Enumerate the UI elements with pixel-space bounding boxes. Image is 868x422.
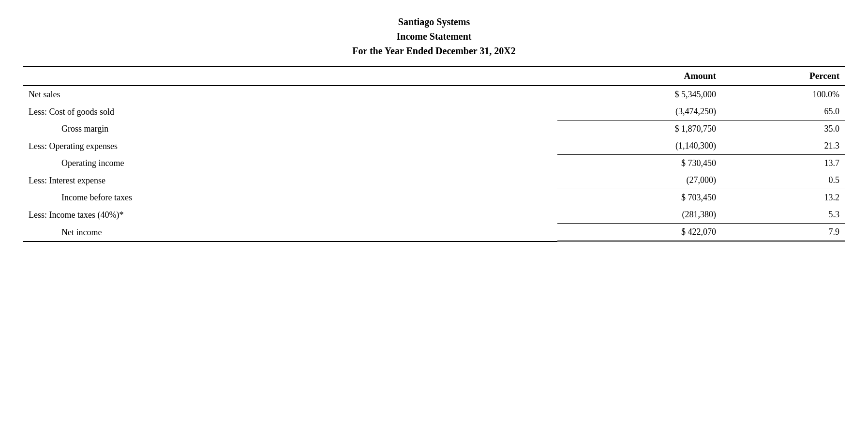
percent-interest-expense: 0.5 — [722, 172, 845, 189]
percent-cost-of-goods: 65.0 — [722, 103, 845, 121]
amount-gross-margin: $ 1,870,750 — [557, 121, 722, 138]
row-income-before-taxes: Income before taxes$ 703,45013.2 — [23, 189, 845, 207]
label-income-taxes: Less: Income taxes (40%)* — [23, 206, 557, 224]
amount-operating-expenses: (1,140,300) — [557, 137, 722, 155]
header-period: For the Year Ended December 31, 20X2 — [23, 44, 845, 58]
header-statement-type: Income Statement — [23, 29, 845, 44]
amount-cost-of-goods: (3,474,250) — [557, 103, 722, 121]
amount-net-sales: $ 5,345,000 — [557, 86, 722, 103]
amount-operating-income: $ 730,450 — [557, 155, 722, 172]
label-operating-income: Operating income — [23, 155, 557, 172]
percent-net-sales: 100.0% — [722, 86, 845, 103]
amount-income-taxes: (281,380) — [557, 206, 722, 224]
row-net-sales: Net sales$ 5,345,000100.0% — [23, 86, 845, 103]
row-income-taxes: Less: Income taxes (40%)*(281,380)5.3 — [23, 206, 845, 224]
label-gross-margin: Gross margin — [23, 121, 557, 138]
label-cost-of-goods: Less: Cost of goods sold — [23, 103, 557, 121]
row-operating-expenses: Less: Operating expenses(1,140,300)21.3 — [23, 137, 845, 155]
col-percent-header: Percent — [722, 66, 845, 86]
amount-interest-expense: (27,000) — [557, 172, 722, 189]
label-operating-expenses: Less: Operating expenses — [23, 137, 557, 155]
row-net-income: Net income$ 422,0707.9 — [23, 224, 845, 241]
bottom-border-row — [23, 241, 845, 242]
row-gross-margin: Gross margin$ 1,870,75035.0 — [23, 121, 845, 138]
label-income-before-taxes: Income before taxes — [23, 189, 557, 207]
label-interest-expense: Less: Interest expense — [23, 172, 557, 189]
report-header: Santiago Systems Income Statement For th… — [23, 15, 845, 58]
row-operating-income: Operating income$ 730,45013.7 — [23, 155, 845, 172]
label-net-income: Net income — [23, 224, 557, 241]
header-company: Santiago Systems — [23, 15, 845, 29]
percent-operating-expenses: 21.3 — [722, 137, 845, 155]
amount-income-before-taxes: $ 703,450 — [557, 189, 722, 207]
percent-income-before-taxes: 13.2 — [722, 189, 845, 207]
row-interest-expense: Less: Interest expense(27,000)0.5 — [23, 172, 845, 189]
amount-net-income: $ 422,070 — [557, 224, 722, 241]
percent-net-income: 7.9 — [722, 224, 845, 241]
page-container: Santiago Systems Income Statement For th… — [23, 15, 845, 242]
percent-gross-margin: 35.0 — [722, 121, 845, 138]
income-statement-table: Amount Percent Net sales$ 5,345,000100.0… — [23, 66, 845, 242]
col-amount-header: Amount — [557, 66, 722, 86]
label-net-sales: Net sales — [23, 86, 557, 103]
row-cost-of-goods: Less: Cost of goods sold(3,474,250)65.0 — [23, 103, 845, 121]
percent-income-taxes: 5.3 — [722, 206, 845, 224]
percent-operating-income: 13.7 — [722, 155, 845, 172]
col-label-header — [23, 66, 557, 86]
column-header-row: Amount Percent — [23, 66, 845, 86]
